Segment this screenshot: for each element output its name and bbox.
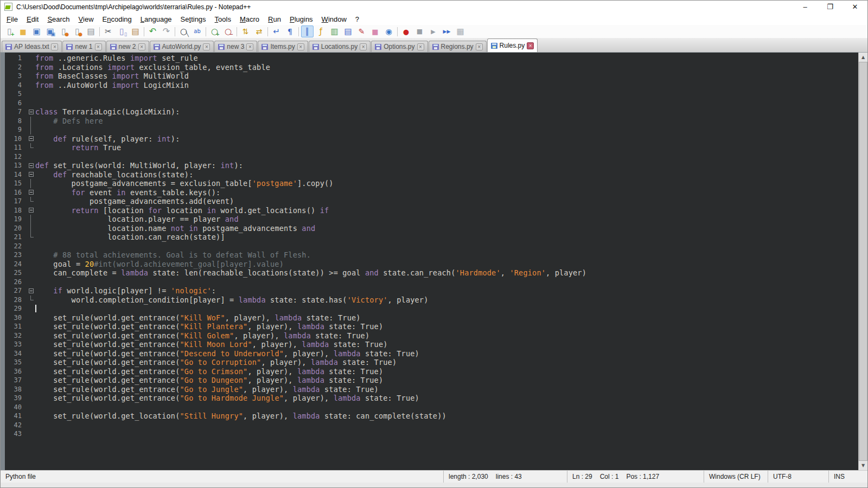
restore-button[interactable]: ❐ bbox=[818, 1, 843, 13]
print-icon[interactable]: ▤ bbox=[85, 25, 97, 37]
code-text[interactable]: set_rule(world.get_entrance("Kill Moon L… bbox=[35, 340, 858, 349]
fold-margin[interactable] bbox=[27, 170, 35, 179]
code-area[interactable]: 1from ..generic.Rules import set_rule2fr… bbox=[5, 53, 858, 470]
tab-ap-ideas-txt[interactable]: AP Ideas.txt× bbox=[2, 41, 62, 52]
macro-run-multiple-icon[interactable]: ▶▶ bbox=[441, 25, 453, 37]
fold-margin[interactable] bbox=[27, 134, 35, 144]
open-folder-icon[interactable]: ■ bbox=[17, 25, 29, 37]
zoom-in-icon[interactable]: ○+ bbox=[208, 25, 221, 37]
code-text[interactable] bbox=[35, 403, 858, 412]
code-text[interactable]: set_rule(world.get_entrance("Go to Jungl… bbox=[35, 385, 858, 394]
macro-stop-icon[interactable]: ■ bbox=[413, 25, 426, 37]
code-text[interactable]: set_rule(world.get_entrance("Kill WoF", … bbox=[35, 313, 858, 323]
code-text[interactable]: set_rule(world.get_entrance("Go to Crims… bbox=[35, 367, 858, 376]
tab-close-icon[interactable]: × bbox=[138, 43, 145, 50]
tab-autoworld-py[interactable]: AutoWorld.py× bbox=[150, 41, 214, 52]
macro-record-icon[interactable]: ● bbox=[400, 25, 412, 37]
code-text[interactable] bbox=[35, 278, 858, 287]
code-text[interactable]: return [location for location in world.g… bbox=[35, 206, 858, 215]
menu-item-search[interactable]: Search bbox=[43, 14, 74, 24]
word-wrap-icon[interactable]: ↵ bbox=[270, 25, 283, 37]
code-text[interactable] bbox=[35, 242, 858, 251]
folder-as-workspace-icon[interactable]: ■ bbox=[369, 25, 381, 37]
macro-play-icon[interactable]: ▶ bbox=[427, 25, 439, 37]
fold-collapse-icon[interactable] bbox=[29, 172, 34, 177]
tab-close-icon[interactable]: × bbox=[246, 43, 253, 50]
cut-icon[interactable]: ✂ bbox=[102, 25, 114, 37]
code-text[interactable]: set_rule(world.get_entrance("Go to Dunge… bbox=[35, 376, 858, 385]
fold-margin[interactable] bbox=[27, 206, 35, 215]
fold-margin[interactable] bbox=[27, 107, 35, 117]
scrollbar-thumb[interactable] bbox=[859, 62, 867, 461]
close-button[interactable]: ✕ bbox=[843, 1, 867, 13]
code-text[interactable]: def rule(self, player: int): bbox=[35, 134, 858, 144]
code-text[interactable]: postgame_advancements.add(event) bbox=[35, 197, 858, 206]
code-text[interactable]: if world.logic[player] != 'nologic': bbox=[35, 286, 858, 296]
fold-collapse-icon[interactable] bbox=[29, 163, 34, 168]
code-text[interactable]: set_rule(world.get_entrance("Go to Hardm… bbox=[35, 394, 858, 403]
code-text[interactable] bbox=[35, 89, 858, 99]
code-text[interactable]: def set_rules(world: MultiWorld, player:… bbox=[35, 161, 858, 170]
fold-collapse-icon[interactable] bbox=[29, 288, 34, 293]
code-text[interactable]: set_rule(world.get_location("Still Hungr… bbox=[35, 412, 858, 421]
show-all-characters-icon[interactable]: ¶ bbox=[284, 25, 296, 37]
code-text[interactable]: set_rule(world.get_entrance("Go to Corru… bbox=[35, 358, 858, 367]
code-text[interactable]: set_rule(world.get_entrance("Kill Plante… bbox=[35, 322, 858, 331]
code-text[interactable] bbox=[35, 429, 858, 439]
tab-options-py[interactable]: Options.py× bbox=[371, 41, 427, 52]
code-text[interactable] bbox=[35, 99, 858, 108]
close-file-icon[interactable]: ▯● bbox=[58, 25, 70, 37]
tab-new-3[interactable]: new 3× bbox=[214, 41, 257, 52]
tab-new-2[interactable]: new 2× bbox=[106, 41, 149, 52]
code-text[interactable]: from .Locations import exclusion_table, … bbox=[35, 63, 858, 72]
code-text[interactable]: return True bbox=[35, 143, 858, 152]
tab-close-icon[interactable]: × bbox=[95, 43, 102, 50]
fold-collapse-icon[interactable] bbox=[29, 190, 34, 195]
code-text[interactable]: # Defs here bbox=[35, 117, 858, 126]
code-text[interactable]: from ..generic.Rules import set_rule bbox=[35, 54, 858, 63]
code-text[interactable]: postgame_advancements = exclusion_table[… bbox=[35, 179, 858, 188]
tab-close-icon[interactable]: × bbox=[417, 43, 424, 50]
paste-icon[interactable]: ▤ bbox=[129, 25, 142, 37]
fold-collapse-icon[interactable] bbox=[29, 110, 34, 114]
fold-margin[interactable] bbox=[27, 286, 35, 296]
code-text[interactable]: from ..AutoWorld import LogicMixin bbox=[35, 81, 858, 90]
code-text[interactable]: goal = 20#int(world.achievement_goal[pla… bbox=[35, 260, 858, 269]
code-text[interactable] bbox=[35, 152, 858, 162]
menu-item-view[interactable]: View bbox=[74, 14, 98, 24]
tab-close-icon[interactable]: × bbox=[360, 43, 367, 50]
vertical-scrollbar[interactable]: ▲ ▼ bbox=[858, 53, 867, 470]
close-all-icon[interactable]: ▯● bbox=[71, 25, 84, 37]
tab-close-icon[interactable]: × bbox=[527, 42, 534, 49]
function-list-icon[interactable]: ƒ bbox=[315, 25, 327, 37]
menu-item-run[interactable]: Run bbox=[264, 14, 285, 24]
sync-scroll-horizontal-icon[interactable]: ⇄ bbox=[253, 25, 265, 37]
indent-guide-icon[interactable]: ║ bbox=[301, 25, 314, 37]
scrollbar-up-button[interactable]: ▲ bbox=[859, 53, 867, 62]
fold-margin[interactable] bbox=[27, 161, 35, 170]
tab-regions-py[interactable]: Regions.py× bbox=[429, 41, 487, 52]
menu-item-settings[interactable]: Settings bbox=[176, 14, 210, 24]
tab-close-icon[interactable]: × bbox=[297, 43, 304, 50]
code-text[interactable]: # 88 total achievements. Goal is to defe… bbox=[35, 251, 858, 260]
menu-item-help[interactable]: ? bbox=[351, 14, 363, 24]
menu-item-window[interactable]: Window bbox=[317, 14, 351, 24]
new-file-icon[interactable]: ▯+ bbox=[3, 25, 16, 37]
menu-item-file[interactable]: File bbox=[2, 14, 22, 24]
code-text[interactable] bbox=[35, 304, 858, 313]
tab-rules-py[interactable]: Rules.py× bbox=[487, 38, 538, 52]
find-icon[interactable]: ○╲ bbox=[177, 25, 190, 37]
scrollbar-down-button[interactable]: ▼ bbox=[859, 461, 867, 470]
document-map-icon[interactable]: ▥ bbox=[328, 25, 341, 37]
code-text[interactable]: set_rule(world.get_entrance("Kill Golem"… bbox=[35, 331, 858, 341]
code-text[interactable]: set_rule(world.get_entrance("Descend to … bbox=[35, 349, 858, 358]
menu-item-plugins[interactable]: Plugins bbox=[285, 14, 317, 24]
sync-scroll-vertical-icon[interactable]: ⇅ bbox=[239, 25, 252, 37]
code-text[interactable] bbox=[35, 125, 858, 134]
menu-item-language[interactable]: Language bbox=[136, 14, 176, 24]
tab-close-icon[interactable]: × bbox=[51, 43, 58, 50]
replace-icon[interactable]: ab bbox=[191, 25, 203, 37]
menu-item-edit[interactable]: Edit bbox=[22, 14, 43, 24]
document-list-icon[interactable]: ▤ bbox=[342, 25, 354, 37]
copy-icon[interactable]: ▯▯ bbox=[116, 25, 128, 37]
